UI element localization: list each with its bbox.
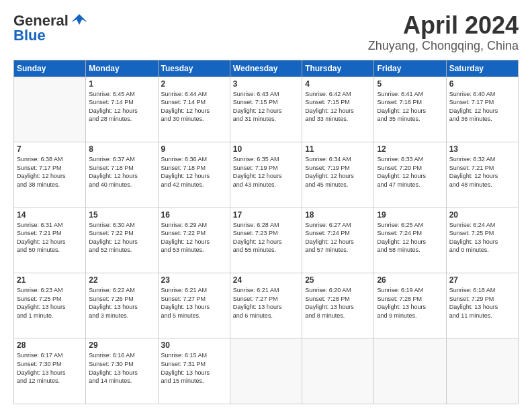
day-number: 6	[449, 79, 515, 89]
day-info: Sunrise: 6:17 AM Sunset: 7:30 PM Dayligh…	[17, 351, 83, 385]
day-number: 30	[161, 340, 227, 350]
day-number: 1	[89, 79, 154, 89]
calendar-cell	[14, 77, 86, 142]
day-info: Sunrise: 6:45 AM Sunset: 7:14 PM Dayligh…	[89, 90, 154, 124]
calendar-cell: 15Sunrise: 6:30 AM Sunset: 7:22 PM Dayli…	[86, 208, 158, 273]
day-number: 10	[233, 144, 299, 154]
day-info: Sunrise: 6:16 AM Sunset: 7:30 PM Dayligh…	[89, 351, 154, 385]
header: General Blue April 2024 Zhuyang, Chongqi…	[13, 12, 519, 53]
day-info: Sunrise: 6:19 AM Sunset: 7:28 PM Dayligh…	[377, 286, 443, 320]
calendar-cell: 8Sunrise: 6:37 AM Sunset: 7:18 PM Daylig…	[86, 142, 158, 208]
day-number: 19	[377, 210, 443, 220]
day-info: Sunrise: 6:38 AM Sunset: 7:17 PM Dayligh…	[17, 155, 83, 189]
calendar-cell: 4Sunrise: 6:42 AM Sunset: 7:15 PM Daylig…	[302, 77, 374, 142]
day-number: 7	[17, 144, 83, 154]
calendar-cell: 19Sunrise: 6:25 AM Sunset: 7:24 PM Dayli…	[374, 208, 446, 273]
calendar-cell	[374, 338, 446, 404]
day-info: Sunrise: 6:32 AM Sunset: 7:21 PM Dayligh…	[449, 155, 515, 189]
page-subtitle: Zhuyang, Chongqing, China	[368, 39, 519, 53]
calendar-cell: 29Sunrise: 6:16 AM Sunset: 7:30 PM Dayli…	[86, 338, 158, 404]
calendar-cell: 26Sunrise: 6:19 AM Sunset: 7:28 PM Dayli…	[374, 273, 446, 338]
day-info: Sunrise: 6:41 AM Sunset: 7:16 PM Dayligh…	[377, 90, 443, 124]
calendar-cell: 17Sunrise: 6:28 AM Sunset: 7:23 PM Dayli…	[230, 208, 302, 273]
day-info: Sunrise: 6:30 AM Sunset: 7:22 PM Dayligh…	[89, 221, 154, 255]
calendar-cell: 1Sunrise: 6:45 AM Sunset: 7:14 PM Daylig…	[86, 77, 158, 142]
logo: General Blue	[13, 12, 89, 44]
col-thursday: Thursday	[302, 60, 374, 77]
day-number: 26	[377, 275, 443, 285]
day-number: 2	[161, 79, 227, 89]
day-number: 15	[89, 210, 154, 220]
day-number: 25	[305, 275, 371, 285]
day-number: 24	[233, 275, 299, 285]
calendar-cell: 3Sunrise: 6:43 AM Sunset: 7:15 PM Daylig…	[230, 77, 302, 142]
col-saturday: Saturday	[446, 60, 518, 77]
day-info: Sunrise: 6:29 AM Sunset: 7:22 PM Dayligh…	[161, 221, 227, 255]
logo-blue-text: Blue	[13, 27, 46, 44]
calendar-cell: 6Sunrise: 6:40 AM Sunset: 7:17 PM Daylig…	[446, 77, 518, 142]
calendar-cell: 16Sunrise: 6:29 AM Sunset: 7:22 PM Dayli…	[158, 208, 230, 273]
calendar-cell: 27Sunrise: 6:18 AM Sunset: 7:29 PM Dayli…	[446, 273, 518, 338]
calendar-cell: 7Sunrise: 6:38 AM Sunset: 7:17 PM Daylig…	[14, 142, 86, 208]
calendar-cell: 18Sunrise: 6:27 AM Sunset: 7:24 PM Dayli…	[302, 208, 374, 273]
day-info: Sunrise: 6:20 AM Sunset: 7:28 PM Dayligh…	[305, 286, 371, 320]
day-number: 16	[161, 210, 227, 220]
day-number: 9	[161, 144, 227, 154]
day-info: Sunrise: 6:34 AM Sunset: 7:19 PM Dayligh…	[305, 155, 371, 189]
day-number: 21	[17, 275, 83, 285]
calendar-cell: 12Sunrise: 6:33 AM Sunset: 7:20 PM Dayli…	[374, 142, 446, 208]
day-info: Sunrise: 6:36 AM Sunset: 7:18 PM Dayligh…	[161, 155, 227, 189]
day-number: 20	[449, 210, 515, 220]
day-number: 27	[449, 275, 515, 285]
calendar-cell: 10Sunrise: 6:35 AM Sunset: 7:19 PM Dayli…	[230, 142, 302, 208]
day-number: 18	[305, 210, 371, 220]
calendar-cell	[230, 338, 302, 404]
day-number: 5	[377, 79, 443, 89]
day-info: Sunrise: 6:21 AM Sunset: 7:27 PM Dayligh…	[233, 286, 299, 320]
day-info: Sunrise: 6:40 AM Sunset: 7:17 PM Dayligh…	[449, 90, 515, 124]
day-info: Sunrise: 6:18 AM Sunset: 7:29 PM Dayligh…	[449, 286, 515, 320]
col-wednesday: Wednesday	[230, 60, 302, 77]
day-number: 17	[233, 210, 299, 220]
day-info: Sunrise: 6:43 AM Sunset: 7:15 PM Dayligh…	[233, 90, 299, 124]
calendar-table: Sunday Monday Tuesday Wednesday Thursday…	[13, 60, 519, 404]
calendar-cell: 2Sunrise: 6:44 AM Sunset: 7:14 PM Daylig…	[158, 77, 230, 142]
day-info: Sunrise: 6:21 AM Sunset: 7:27 PM Dayligh…	[161, 286, 227, 320]
page-title: April 2024	[368, 12, 519, 39]
calendar-week-1: 1Sunrise: 6:45 AM Sunset: 7:14 PM Daylig…	[14, 77, 519, 142]
day-info: Sunrise: 6:42 AM Sunset: 7:15 PM Dayligh…	[305, 90, 371, 124]
day-number: 11	[305, 144, 371, 154]
day-info: Sunrise: 6:28 AM Sunset: 7:23 PM Dayligh…	[233, 221, 299, 255]
calendar-week-2: 7Sunrise: 6:38 AM Sunset: 7:17 PM Daylig…	[14, 142, 519, 208]
calendar-cell: 30Sunrise: 6:15 AM Sunset: 7:31 PM Dayli…	[158, 338, 230, 404]
day-number: 12	[377, 144, 443, 154]
logo-bird-icon	[70, 13, 89, 28]
day-info: Sunrise: 6:35 AM Sunset: 7:19 PM Dayligh…	[233, 155, 299, 189]
calendar-cell	[302, 338, 374, 404]
calendar-header-row: Sunday Monday Tuesday Wednesday Thursday…	[14, 60, 519, 77]
day-info: Sunrise: 6:23 AM Sunset: 7:25 PM Dayligh…	[17, 286, 83, 320]
day-number: 28	[17, 340, 83, 350]
calendar-cell: 20Sunrise: 6:24 AM Sunset: 7:25 PM Dayli…	[446, 208, 518, 273]
col-tuesday: Tuesday	[158, 60, 230, 77]
day-info: Sunrise: 6:44 AM Sunset: 7:14 PM Dayligh…	[161, 90, 227, 124]
col-sunday: Sunday	[14, 60, 86, 77]
calendar-cell: 14Sunrise: 6:31 AM Sunset: 7:21 PM Dayli…	[14, 208, 86, 273]
day-info: Sunrise: 6:27 AM Sunset: 7:24 PM Dayligh…	[305, 221, 371, 255]
day-number: 3	[233, 79, 299, 89]
day-info: Sunrise: 6:24 AM Sunset: 7:25 PM Dayligh…	[449, 221, 515, 255]
day-number: 13	[449, 144, 515, 154]
calendar-week-3: 14Sunrise: 6:31 AM Sunset: 7:21 PM Dayli…	[14, 208, 519, 273]
calendar-cell: 5Sunrise: 6:41 AM Sunset: 7:16 PM Daylig…	[374, 77, 446, 142]
day-info: Sunrise: 6:37 AM Sunset: 7:18 PM Dayligh…	[89, 155, 154, 189]
calendar-cell: 9Sunrise: 6:36 AM Sunset: 7:18 PM Daylig…	[158, 142, 230, 208]
calendar-cell: 23Sunrise: 6:21 AM Sunset: 7:27 PM Dayli…	[158, 273, 230, 338]
day-number: 23	[161, 275, 227, 285]
day-info: Sunrise: 6:31 AM Sunset: 7:21 PM Dayligh…	[17, 221, 83, 255]
col-monday: Monday	[86, 60, 158, 77]
day-info: Sunrise: 6:25 AM Sunset: 7:24 PM Dayligh…	[377, 221, 443, 255]
calendar-week-5: 28Sunrise: 6:17 AM Sunset: 7:30 PM Dayli…	[14, 338, 519, 404]
day-info: Sunrise: 6:15 AM Sunset: 7:31 PM Dayligh…	[161, 351, 227, 385]
calendar-cell: 21Sunrise: 6:23 AM Sunset: 7:25 PM Dayli…	[14, 273, 86, 338]
calendar-cell: 28Sunrise: 6:17 AM Sunset: 7:30 PM Dayli…	[14, 338, 86, 404]
